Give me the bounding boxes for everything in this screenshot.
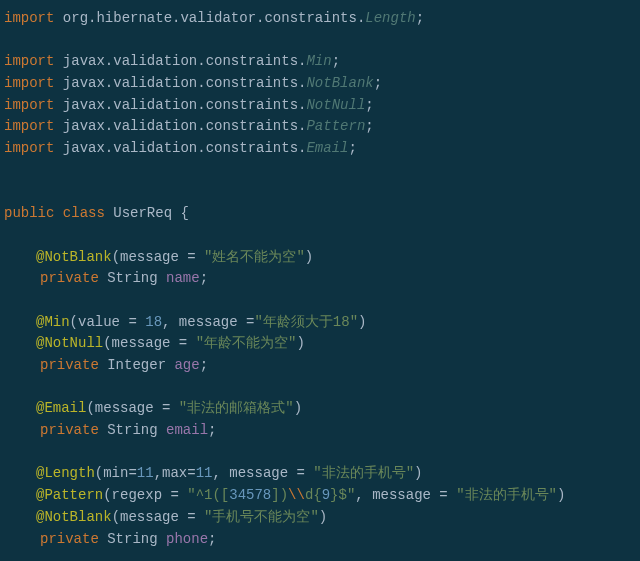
package-path: javax.validation.constraints.	[63, 118, 307, 134]
field-name: email	[166, 422, 208, 438]
import-class: Length	[365, 10, 415, 26]
string-literal: "年龄须大于18"	[254, 314, 358, 330]
keyword-import: import	[4, 97, 54, 113]
annotation: @NotBlank	[36, 249, 112, 265]
import-class: Email	[306, 140, 348, 156]
string-literal: "手机号不能为空"	[204, 509, 319, 525]
string-literal: "姓名不能为空"	[204, 249, 305, 265]
paren-close: )	[305, 249, 313, 265]
import-line: import javax.validation.constraints.Patt…	[4, 116, 636, 138]
import-line: import javax.validation.constraints.NotB…	[4, 73, 636, 95]
arg: , message =	[162, 314, 254, 330]
field-line: private String email;	[4, 420, 636, 442]
arg: (regexp =	[103, 487, 187, 503]
arg: (message =	[86, 400, 178, 416]
string-literal: "非法的手机号"	[456, 487, 557, 503]
escape-seq: \\	[288, 487, 305, 503]
blank-line	[4, 377, 636, 399]
type: String	[107, 422, 157, 438]
paren-close: )	[296, 335, 304, 351]
field-line: private String name;	[4, 268, 636, 290]
semicolon: ;	[208, 422, 216, 438]
arg: (message =	[103, 335, 195, 351]
semicolon: ;	[200, 270, 208, 286]
string-literal: "非法的手机号"	[313, 465, 414, 481]
number-literal: 18	[145, 314, 162, 330]
paren-close: )	[294, 400, 302, 416]
keyword-import: import	[4, 10, 54, 26]
type: String	[107, 531, 157, 547]
string-literal: "年龄不能为空"	[196, 335, 297, 351]
import-line: import org.hibernate.validator.constrain…	[4, 8, 636, 30]
field-name: phone	[166, 531, 208, 547]
field-name: name	[166, 270, 200, 286]
string-literal: "非法的邮箱格式"	[179, 400, 294, 416]
keyword-private: private	[40, 531, 99, 547]
class-decl: public class UserReq {	[4, 203, 636, 225]
arg: (message =	[112, 509, 204, 525]
annotation-line: @NotNull(message = "年龄不能为空")	[4, 333, 636, 355]
import-line: import javax.validation.constraints.Min;	[4, 51, 636, 73]
annotation-line: @NotBlank(message = "手机号不能为空")	[4, 507, 636, 529]
import-line: import javax.validation.constraints.Emai…	[4, 138, 636, 160]
blank-line	[4, 442, 636, 464]
blank-line	[4, 182, 636, 204]
annotation: @Min	[36, 314, 70, 330]
annotation-line: @NotBlank(message = "姓名不能为空")	[4, 247, 636, 269]
arg: ,max=	[154, 465, 196, 481]
arg: (message =	[112, 249, 204, 265]
package-path: javax.validation.constraints.	[63, 140, 307, 156]
string-literal: }$"	[330, 487, 355, 503]
blank-line	[4, 160, 636, 182]
package-path: javax.validation.constraints.	[63, 97, 307, 113]
semicolon: ;	[200, 357, 208, 373]
keyword-import: import	[4, 118, 54, 134]
annotation-line: @Email(message = "非法的邮箱格式")	[4, 398, 636, 420]
paren-close: )	[414, 465, 422, 481]
arg: (min=	[95, 465, 137, 481]
keyword-private: private	[40, 422, 99, 438]
keyword-import: import	[4, 75, 54, 91]
string-literal: "^1([	[187, 487, 229, 503]
import-class: NotBlank	[306, 75, 373, 91]
import-line: import javax.validation.constraints.NotN…	[4, 95, 636, 117]
annotation: @Pattern	[36, 487, 103, 503]
paren-close: )	[319, 509, 327, 525]
annotation: @Length	[36, 465, 95, 481]
blank-line	[4, 30, 636, 52]
field-name: age	[174, 357, 199, 373]
type: Integer	[107, 357, 166, 373]
blank-line	[4, 225, 636, 247]
arg: , message =	[355, 487, 456, 503]
blank-line	[4, 290, 636, 312]
arg: (value =	[70, 314, 146, 330]
import-class: Pattern	[306, 118, 365, 134]
class-name: UserReq	[113, 205, 172, 221]
package-path: org.hibernate.validator.constraints.	[63, 10, 365, 26]
type: String	[107, 270, 157, 286]
import-class: NotNull	[306, 97, 365, 113]
code-block: import org.hibernate.validator.constrain…	[4, 8, 636, 550]
keyword-private: private	[40, 357, 99, 373]
string-literal: d{	[305, 487, 322, 503]
keyword-import: import	[4, 140, 54, 156]
keyword-class: class	[63, 205, 105, 221]
number-literal: 11	[196, 465, 213, 481]
annotation: @NotNull	[36, 335, 103, 351]
paren-close: )	[557, 487, 565, 503]
brace-open: {	[172, 205, 189, 221]
annotation-line: @Pattern(regexp = "^1([34578])\\d{9}$", …	[4, 485, 636, 507]
number-literal: 11	[137, 465, 154, 481]
string-literal: ])	[271, 487, 288, 503]
annotation-line: @Length(min=11,max=11, message = "非法的手机号…	[4, 463, 636, 485]
semicolon: ;	[208, 531, 216, 547]
annotation-line: @Min(value = 18, message ="年龄须大于18")	[4, 312, 636, 334]
keyword-public: public	[4, 205, 54, 221]
field-line: private Integer age;	[4, 355, 636, 377]
import-class: Min	[306, 53, 331, 69]
arg: , message =	[212, 465, 313, 481]
keyword-import: import	[4, 53, 54, 69]
annotation: @Email	[36, 400, 86, 416]
regex-digits: 9	[322, 487, 330, 503]
field-line: private String phone;	[4, 529, 636, 551]
